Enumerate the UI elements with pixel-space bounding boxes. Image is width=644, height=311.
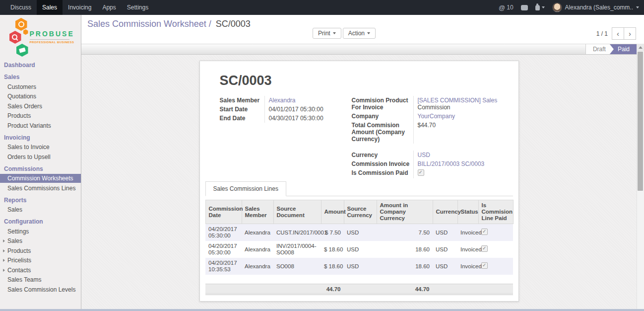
- table-row[interactable]: 04/20/2017 05:30:00 Alexandra INV/2017/0…: [205, 241, 513, 258]
- sidebar-item-config-pricelists[interactable]: Pricelists: [0, 256, 81, 265]
- pager-previous-button[interactable]: [612, 27, 624, 40]
- table-row[interactable]: 04/20/2017 10:35:53 Alexandra SO008 $ 18…: [205, 258, 513, 275]
- is-commission-paid-checkbox[interactable]: [418, 169, 424, 176]
- end-date-value: 04/30/2017 05:30:00: [264, 114, 352, 123]
- activity-at-icon: [499, 4, 505, 11]
- hexagon-card-icon: [16, 44, 28, 57]
- breadcrumb: Sales Commission Worksheet / SC/0003: [87, 19, 251, 29]
- scrollbar-thumb[interactable]: [638, 52, 643, 191]
- control-panel: Sales Commission Worksheet / SC/0003 Pri…: [81, 15, 644, 44]
- messages-icon[interactable]: [521, 5, 528, 10]
- sidebar-item-config-sales[interactable]: Sales: [0, 236, 81, 245]
- breadcrumb-parent-link[interactable]: Sales Commission Worksheet /: [87, 19, 211, 29]
- cell-source-currency: USD: [344, 224, 377, 241]
- nav-discuss[interactable]: Discuss: [5, 0, 37, 15]
- field-label: Is Commission Paid: [352, 168, 413, 178]
- nav-apps[interactable]: Apps: [97, 0, 121, 15]
- sidebar-header-reports[interactable]: Reports: [0, 196, 81, 205]
- sidebar-item-reports-sales[interactable]: Sales: [0, 205, 81, 214]
- scroll-up-arrow-icon[interactable]: [637, 44, 644, 51]
- sidebar-item-settings[interactable]: Settings: [0, 227, 81, 236]
- total-commission-value: $44.70: [413, 121, 499, 144]
- cell-source: SO008: [273, 258, 321, 275]
- expand-arrow-icon: [3, 249, 5, 252]
- logo-text: PROBUSE PROFESSIONAL BUSINESS: [30, 30, 72, 44]
- probuse-logo[interactable]: PROBUSE PROFESSIONAL BUSINESS: [9, 18, 72, 58]
- col-source-document: Source Document: [273, 200, 321, 224]
- cell-amount-company: 18.60: [377, 241, 433, 258]
- hexagon-mini-icon: [23, 29, 28, 35]
- cell-source-currency: USD: [344, 241, 377, 258]
- activity-menu[interactable]: 10: [499, 4, 514, 11]
- sidebar-header-commissions[interactable]: Commissions: [0, 164, 81, 173]
- col-commission-date: Commission Date: [205, 200, 242, 224]
- currency-link[interactable]: USD: [418, 152, 430, 158]
- activity-count: 10: [507, 4, 513, 11]
- status-paid[interactable]: Paid: [610, 44, 637, 54]
- sidebar: PROBUSE PROFESSIONAL BUSINESS Dashboard …: [0, 15, 81, 311]
- debug-menu[interactable]: [535, 5, 545, 10]
- field-label: Commission Invoice: [352, 159, 413, 168]
- sidebar-header-configuration[interactable]: Configuration: [0, 217, 81, 226]
- sidebar-item-products[interactable]: Products: [0, 111, 81, 120]
- cell-date: 04/20/2017 10:35:53: [205, 258, 242, 275]
- cell-member: Alexandra: [242, 258, 273, 275]
- debug-icon: [535, 5, 540, 10]
- vertical-scrollbar[interactable]: [637, 44, 644, 311]
- nav-sales[interactable]: Sales: [37, 0, 63, 15]
- action-label: Action: [348, 30, 365, 37]
- main-area: Sales Commission Worksheet / SC/0003 Pri…: [81, 15, 644, 311]
- systray: 10 Alexandra (Sales_comm..: [499, 0, 644, 15]
- line-paid-checkbox[interactable]: [481, 229, 488, 235]
- pager-next-button[interactable]: [624, 27, 636, 40]
- print-button[interactable]: Print: [313, 28, 341, 39]
- table-row[interactable]: 04/20/2017 05:30:00 Alexandra CUST.IN/20…: [205, 224, 513, 241]
- chevron-down-icon: [333, 32, 336, 34]
- expand-arrow-icon: [3, 239, 5, 242]
- brand-name: PROBUSE: [30, 30, 72, 38]
- commission-invoice-link[interactable]: BILL/2017/0003 SC/0003: [418, 160, 485, 167]
- line-paid-checkbox[interactable]: [481, 245, 488, 252]
- sidebar-item-sales-teams[interactable]: Sales Teams: [0, 275, 81, 284]
- cell-source: CUST.IN/2017/0001: [273, 224, 321, 241]
- sidebar-item-sales-orders[interactable]: Sales Orders: [0, 102, 81, 111]
- user-menu[interactable]: Alexandra (Sales_comm..: [552, 2, 639, 12]
- expand-arrow-icon: [3, 269, 5, 272]
- sidebar-header-sales[interactable]: Sales: [0, 73, 81, 81]
- field-label: Commision Product For Invoice: [352, 96, 413, 112]
- action-button[interactable]: Action: [343, 28, 376, 39]
- sales-member-link[interactable]: Alexandra: [269, 97, 296, 104]
- chevron-down-icon: [367, 32, 370, 34]
- sidebar-item-label: Contacts: [7, 267, 31, 274]
- nav-invoicing[interactable]: Invoicing: [63, 0, 97, 15]
- cell-currency: USD: [433, 241, 457, 258]
- user-name: Alexandra (Sales_comm..: [565, 4, 633, 11]
- cell-member: Alexandra: [242, 224, 273, 241]
- field-label: End Date: [220, 114, 264, 123]
- sidebar-item-commission-worksheets[interactable]: Commission Worksheets: [0, 174, 81, 183]
- line-paid-checkbox[interactable]: [481, 262, 488, 269]
- nav-settings[interactable]: Settings: [122, 0, 154, 15]
- sidebar-item-sales-to-invoice[interactable]: Sales to Invoice: [0, 143, 81, 152]
- sidebar-item-quotations[interactable]: Quotations: [0, 92, 81, 101]
- start-date-value: 04/01/2017 05:30:00: [264, 105, 352, 114]
- commission-product-link[interactable]: [SALES COMMISSION] Sales: [418, 97, 498, 104]
- sidebar-item-product-variants[interactable]: Product Variants: [0, 121, 81, 130]
- sidebar-item-config-contacts[interactable]: Contacts: [0, 266, 81, 275]
- tab-sales-commission-lines[interactable]: Sales Commission Lines: [205, 181, 286, 196]
- status-draft[interactable]: Draft: [585, 44, 614, 54]
- sidebar-item-sales-commission-levels[interactable]: Sales Commission Levels: [0, 285, 81, 294]
- sidebar-item-label: Pricelists: [7, 257, 31, 264]
- sheet-divider: [205, 293, 513, 294]
- sidebar-header-dashboard[interactable]: Dashboard: [0, 61, 81, 70]
- sidebar-header-invoicing[interactable]: Invoicing: [0, 133, 81, 142]
- cell-source: INV/2017/0004-SO008: [273, 241, 321, 258]
- company-link[interactable]: YourCompany: [418, 113, 455, 120]
- cell-member: Alexandra: [242, 241, 273, 258]
- sidebar-item-customers[interactable]: Customers: [0, 82, 81, 91]
- sidebar-item-sales-commissions-lines[interactable]: Sales Commissions Lines: [0, 184, 81, 193]
- sidebar-item-orders-to-upsell[interactable]: Orders to Upsell: [0, 153, 81, 161]
- field-label: Start Date: [220, 105, 264, 114]
- app-menus: Discuss Sales Invoicing Apps Settings: [0, 0, 154, 15]
- sidebar-item-config-products[interactable]: Products: [0, 246, 81, 255]
